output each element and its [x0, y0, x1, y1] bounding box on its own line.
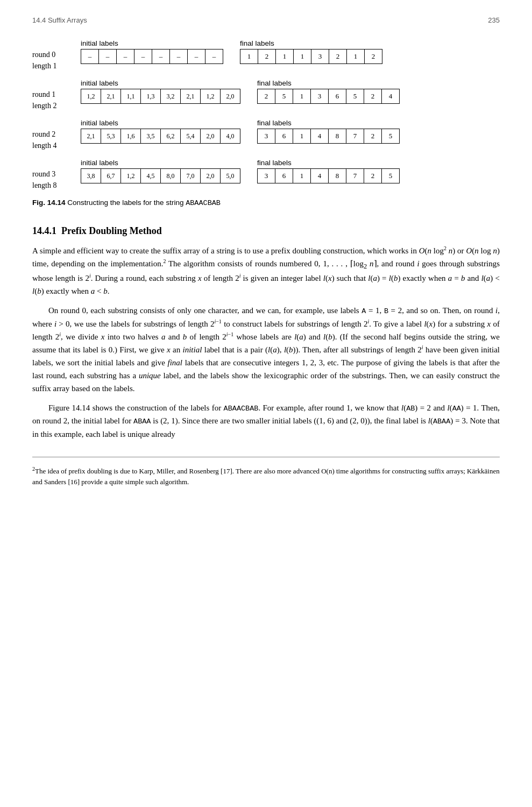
cell: 5	[346, 89, 364, 104]
cell: –	[116, 49, 134, 64]
round-2-label: round 2 length 4	[32, 119, 81, 151]
paragraph-3: Figure 14.14 shows the construction of t…	[32, 401, 500, 441]
cell: 2	[329, 49, 347, 64]
round-2-row: round 2 length 4 initial labels 2,1 5,3 …	[32, 119, 500, 151]
cell: –	[81, 49, 99, 64]
round-3-final-cells: 3 6 1 4 8 7 2 5	[257, 168, 399, 183]
cell: 1	[293, 129, 311, 144]
cell: 3	[257, 129, 275, 144]
round-1-initial-cells: 1,2 2,1 1,1 1,3 3,2 2,1 1,2 2,0	[81, 89, 240, 104]
footnote-text: 2The idea of prefix doubling is due to K…	[32, 465, 500, 487]
cell: 4,5	[140, 168, 161, 183]
round-3-row: round 3 length 8 initial labels 3,8 6,7 …	[32, 159, 500, 191]
cell: 2,0	[200, 168, 221, 183]
cell: –	[98, 49, 117, 64]
paragraph-1: A simple and efficient way to create the…	[32, 244, 500, 298]
figure-caption: Fig. 14.14 Constructing the labels for t…	[32, 199, 500, 207]
round-3-final: final labels 3 6 1 4 8 7 2 5	[257, 159, 399, 183]
cell: 5	[381, 129, 400, 144]
cell: 4	[381, 89, 400, 104]
section-title: 14.4.1 Prefix Doubling Method	[32, 225, 500, 237]
round-1-section: initial labels 1,2 2,1 1,1 1,3 3,2 2,1 1…	[81, 79, 500, 104]
round-1-initial: initial labels 1,2 2,1 1,1 1,3 3,2 2,1 1…	[81, 79, 240, 104]
round-2-final: final labels 3 6 1 4 8 7 2 5	[257, 119, 399, 144]
cell: 7,0	[180, 168, 201, 183]
round-2-section: initial labels 2,1 5,3 1,6 3,5 6,2 5,4 2…	[81, 119, 500, 144]
cell: 1,6	[120, 129, 141, 144]
cell: 7	[346, 129, 364, 144]
cell: 2,1	[180, 89, 201, 104]
chapter-section-label: 14.4 Suffix Arrays	[32, 16, 87, 24]
cell: 8	[328, 168, 346, 183]
cell: 5,0	[220, 168, 240, 183]
body-text: A simple and efficient way to create the…	[32, 244, 500, 441]
cell: 2,1	[81, 129, 101, 144]
cell: –	[187, 49, 205, 64]
round-2-final-cells: 3 6 1 4 8 7 2 5	[257, 129, 399, 144]
cell: 8,0	[160, 168, 181, 183]
round-0-initial: initial labels – – – – – – – –	[81, 39, 223, 64]
round-0-final: final labels 1 2 1 1 3 2 1 2	[240, 39, 382, 64]
cell: 4,0	[220, 129, 240, 144]
round-0-section: initial labels – – – – – – – – final lab…	[81, 39, 500, 64]
round-2-initial: initial labels 2,1 5,3 1,6 3,5 6,2 5,4 2…	[81, 119, 240, 144]
cell: 3,8	[81, 168, 101, 183]
round-1-row: round 1 length 2 initial labels 1,2 2,1 …	[32, 79, 500, 111]
cell: 3	[257, 168, 275, 183]
figure-caption-monospace: ABAACBAB	[186, 199, 221, 207]
cell: 2	[364, 129, 382, 144]
cell: 6	[275, 168, 293, 183]
round-2-initial-cells: 2,1 5,3 1,6 3,5 6,2 5,4 2,0 4,0	[81, 129, 240, 144]
cell: 5	[381, 168, 400, 183]
round-3-initial: initial labels 3,8 6,7 1,2 4,5 8,0 7,0 2…	[81, 159, 240, 183]
paragraph-2: On round 0, each substring consists of o…	[32, 304, 500, 395]
round-1-final-cells: 2 5 1 3 6 5 2 4	[257, 89, 399, 104]
cell: 3	[310, 89, 329, 104]
cell: 7	[346, 168, 364, 183]
cell: 3,5	[140, 129, 161, 144]
figure-caption-bold: Fig. 14.14	[32, 199, 66, 207]
cell: 6	[275, 129, 293, 144]
cell: 5,3	[101, 129, 121, 144]
cell: 2	[257, 89, 275, 104]
cell: –	[134, 49, 152, 64]
cell: 6,2	[160, 129, 181, 144]
footnote-area: 2The idea of prefix doubling is due to K…	[32, 457, 500, 487]
round-0-label: round 0 length 1	[32, 39, 81, 72]
round-3-label: round 3 length 8	[32, 159, 81, 191]
cell: 5	[275, 89, 293, 104]
round-0-final-cells: 1 2 1 1 3 2 1 2	[240, 49, 382, 64]
cell: 2	[258, 49, 276, 64]
round-3-initial-cells: 3,8 6,7 1,2 4,5 8,0 7,0 2,0 5,0	[81, 168, 240, 183]
cell: 2	[364, 89, 382, 104]
figure-caption-text: Constructing the labels for the string	[66, 199, 186, 207]
cell: 1,2	[120, 168, 141, 183]
round-3-section: initial labels 3,8 6,7 1,2 4,5 8,0 7,0 2…	[81, 159, 500, 183]
cell: –	[152, 49, 170, 64]
round-1-final: final labels 2 5 1 3 6 5 2 4	[257, 79, 399, 104]
cell: 1	[293, 49, 311, 64]
cell: 2,1	[101, 89, 121, 104]
page-header: 14.4 Suffix Arrays 235	[32, 16, 500, 24]
round-1-label: round 1 length 2	[32, 79, 81, 111]
cell: 2	[364, 49, 382, 64]
cell: 1	[346, 49, 365, 64]
cell: –	[169, 49, 188, 64]
cell: 1	[240, 49, 258, 64]
cell: 4	[310, 168, 329, 183]
cell: 4	[310, 129, 329, 144]
cell: 2,0	[200, 129, 221, 144]
cell: 1	[275, 49, 294, 64]
cell: 8	[328, 129, 346, 144]
cell: 3	[311, 49, 329, 64]
cell: 3,2	[160, 89, 181, 104]
cell: 5,4	[180, 129, 201, 144]
cell: 1	[293, 168, 311, 183]
round-0-initial-cells: – – – – – – – –	[81, 49, 223, 64]
cell: –	[205, 49, 223, 64]
cell: 6,7	[101, 168, 121, 183]
page-number: 235	[488, 16, 500, 24]
cell: 2	[364, 168, 382, 183]
cell: 1,1	[120, 89, 141, 104]
figure-14-14: round 0 length 1 initial labels – – – – …	[32, 34, 500, 213]
